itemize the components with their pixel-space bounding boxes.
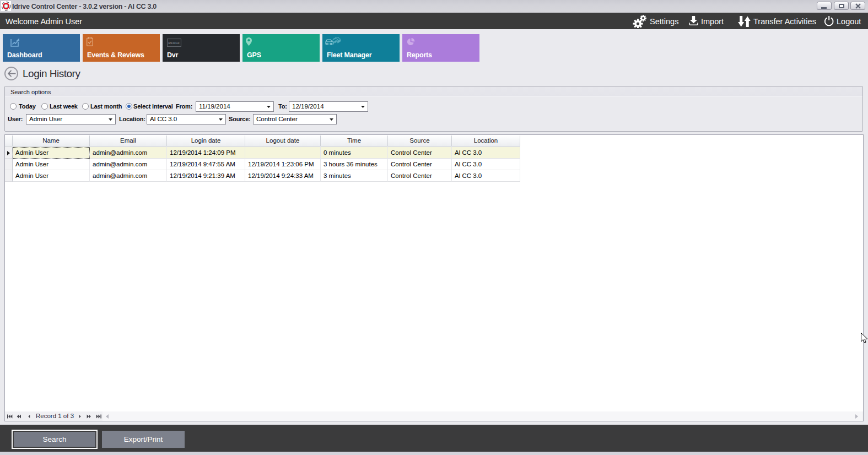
svg-text:MERGE: MERGE	[168, 41, 180, 45]
